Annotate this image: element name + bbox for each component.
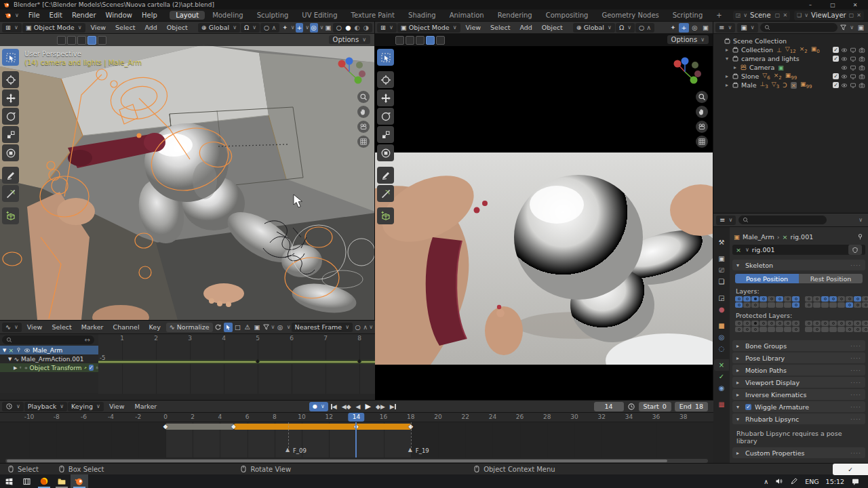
- task-view-button[interactable]: [18, 474, 35, 488]
- pen-icon[interactable]: [790, 477, 798, 485]
- editor-type-button[interactable]: ⊞∨: [2, 23, 22, 33]
- playhead-line[interactable]: [355, 422, 357, 458]
- properties-tab-physics[interactable]: ◌: [714, 343, 729, 354]
- layer-toggle[interactable]: [854, 321, 861, 326]
- start-frame-field[interactable]: Start0: [639, 402, 671, 411]
- keyframe[interactable]: ◆: [163, 423, 168, 430]
- language-indicator[interactable]: ENG: [805, 478, 818, 485]
- workspace-tab-sculpting[interactable]: Sculpting: [251, 11, 295, 20]
- clock[interactable]: 15:12: [826, 478, 844, 485]
- layer-toggle[interactable]: [813, 296, 821, 302]
- layer-toggle[interactable]: [751, 296, 759, 302]
- tool-add-cube[interactable]: [377, 207, 394, 224]
- pose-position-button[interactable]: Pose Position: [735, 274, 799, 283]
- layer-toggle[interactable]: [760, 302, 767, 308]
- layer-toggle[interactable]: [760, 296, 767, 302]
- render-region-button[interactable]: ▣: [701, 23, 711, 33]
- datablock-name-field[interactable]: × ∨ rig.001: [732, 245, 865, 255]
- jump-to-end-button[interactable]: ▶: [390, 403, 396, 410]
- add-workspace-button[interactable]: +: [710, 11, 728, 20]
- workspace-tab-uv-editing[interactable]: UV Editing: [296, 11, 343, 20]
- outliner-row-camera-and-lights[interactable]: ▾camera and lights✓: [713, 54, 868, 63]
- properties-tab-constraints[interactable]: ◎: [714, 331, 729, 343]
- scene-lamp-button[interactable]: ✦: [668, 23, 678, 33]
- new-scene-icon[interactable]: ▢: [775, 12, 781, 18]
- timeline-menu-view[interactable]: View: [104, 403, 130, 410]
- layer-toggle[interactable]: [813, 327, 821, 332]
- tool-rotate[interactable]: [377, 108, 394, 125]
- previous-keyframe-button[interactable]: ◀◆: [342, 403, 351, 410]
- panel-viewport-display[interactable]: ▸Viewport Display····: [732, 377, 865, 388]
- eye-icon[interactable]: [841, 56, 848, 62]
- properties-tab-texture[interactable]: ▦: [714, 399, 729, 410]
- properties-tab-render[interactable]: ▣: [714, 253, 729, 264]
- editor-type-button[interactable]: ∨: [2, 402, 24, 411]
- layer-toggle[interactable]: [854, 302, 861, 308]
- select-mode-intersect[interactable]: [436, 36, 445, 45]
- checkbox-icon[interactable]: ✓: [833, 47, 839, 53]
- select-mode-subtract[interactable]: [77, 36, 86, 45]
- play-button[interactable]: ▶: [366, 402, 371, 411]
- menu-render[interactable]: Render: [67, 12, 101, 19]
- remove-viewlayer-icon[interactable]: ✕: [856, 12, 861, 18]
- use-preview-range-icon[interactable]: [627, 403, 635, 411]
- speaker-icon[interactable]: [775, 477, 783, 485]
- vl-menu-object[interactable]: Object: [162, 24, 193, 31]
- gizmos-button[interactable]: +: [679, 23, 689, 33]
- camera-button[interactable]: [696, 121, 708, 133]
- properties-tab-object-data[interactable]: ×: [714, 359, 729, 371]
- layer-toggle[interactable]: [862, 296, 868, 302]
- panel-inverse-kinematics[interactable]: ▸Inverse Kinematics····: [732, 389, 865, 400]
- layer-toggle[interactable]: [854, 327, 861, 332]
- monitor-icon[interactable]: [850, 82, 856, 89]
- channel-male-arm[interactable]: ▼ × Male_Arm: [0, 346, 98, 354]
- outliner-funnel-button[interactable]: ∨: [840, 24, 854, 31]
- close-button[interactable]: ✕: [846, 0, 865, 9]
- layer-toggle[interactable]: [805, 302, 812, 308]
- file-explorer-button[interactable]: [53, 474, 71, 488]
- mute-checkbox[interactable]: ✓: [89, 365, 94, 371]
- navigation-gizmo[interactable]: [668, 56, 702, 89]
- properties-tab-bone[interactable]: ✓: [714, 371, 729, 382]
- vr-menu-select[interactable]: Select: [486, 24, 515, 31]
- magnifier-button[interactable]: [357, 91, 370, 103]
- select-mode-invert[interactable]: [426, 36, 435, 45]
- layer-toggle[interactable]: [743, 327, 751, 332]
- dope-menu-view[interactable]: View: [22, 323, 47, 331]
- snap-target-button[interactable]: ◎: [275, 323, 284, 332]
- layer-toggle[interactable]: [792, 321, 800, 326]
- properties-tab-bone-constraint[interactable]: ◉: [714, 382, 729, 394]
- workspace-tab-layout[interactable]: Layout: [170, 11, 205, 20]
- falloff-dropdown[interactable]: ∧∨: [363, 323, 373, 332]
- select-mode-invert[interactable]: [87, 36, 96, 45]
- editor-type-button[interactable]: ⊞∨: [377, 23, 397, 33]
- layer-toggle[interactable]: [784, 302, 791, 308]
- properties-search-input[interactable]: [738, 216, 827, 224]
- keyframe[interactable]: ◆: [357, 359, 361, 364]
- tool-measure[interactable]: [2, 185, 19, 202]
- properties-tab-view-layer[interactable]: ❏: [714, 276, 729, 287]
- tool-annotate[interactable]: [377, 167, 394, 184]
- menu-help[interactable]: Help: [137, 12, 162, 19]
- layer-toggle[interactable]: [776, 327, 783, 332]
- disclosure-icon[interactable]: ▸: [724, 82, 730, 88]
- new-collection-button[interactable]: ▣: [856, 23, 866, 33]
- tool-scale[interactable]: [377, 126, 394, 143]
- outliner-row-collection[interactable]: ▸Collection⊥▽12×2▣0✓: [713, 45, 868, 54]
- shading-solid-button[interactable]: ●: [345, 24, 351, 31]
- eye-icon[interactable]: [24, 365, 28, 371]
- tool-select-box[interactable]: [377, 49, 394, 66]
- properties-tab-output[interactable]: ⎚: [714, 264, 729, 276]
- eye-icon[interactable]: [841, 47, 848, 54]
- scene-lamp-button[interactable]: ✦: [281, 23, 288, 33]
- options-button[interactable]: Options∨: [667, 35, 709, 44]
- monitor-icon[interactable]: [850, 47, 856, 54]
- vl-menu-view[interactable]: View: [86, 24, 111, 31]
- layer-toggle[interactable]: [784, 327, 791, 332]
- hidden-filter-button[interactable]: □: [233, 323, 242, 332]
- maximize-button[interactable]: □: [823, 0, 842, 9]
- monitor-icon[interactable]: [850, 64, 856, 71]
- proportional-edit-button[interactable]: ○∧: [635, 23, 654, 33]
- marker-triangle[interactable]: ▲: [285, 447, 290, 453]
- firefox-button[interactable]: [35, 474, 53, 488]
